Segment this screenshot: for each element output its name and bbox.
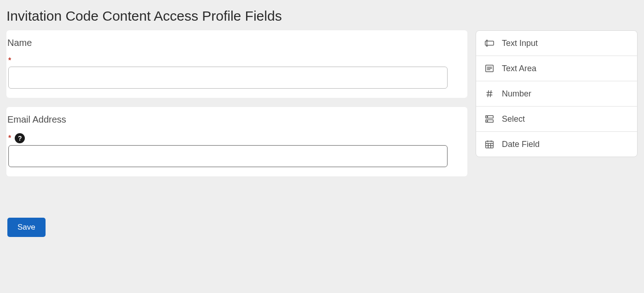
required-star: * — [8, 56, 11, 65]
svg-point-14 — [487, 117, 488, 118]
svg-line-10 — [488, 90, 489, 97]
text-input-icon — [484, 38, 494, 48]
svg-point-15 — [487, 121, 488, 122]
number-icon — [484, 89, 494, 99]
select-icon — [484, 114, 494, 124]
field-type-label: Number — [502, 89, 531, 99]
text-area-icon — [484, 63, 494, 73]
svg-rect-0 — [485, 41, 494, 45]
name-input[interactable] — [8, 67, 448, 89]
field-type-select[interactable]: Select — [476, 107, 637, 132]
field-label-name: Name — [7, 38, 460, 48]
field-type-label: Text Input — [502, 39, 538, 48]
svg-rect-16 — [486, 141, 494, 148]
page-title: Invitation Code Content Access Profile F… — [0, 0, 644, 30]
field-type-date-field[interactable]: Date Field — [476, 132, 637, 157]
field-type-panel: Text Input Text Area Number Select — [476, 30, 638, 157]
field-type-text-area[interactable]: Text Area — [476, 56, 637, 81]
help-icon[interactable]: ? — [15, 133, 25, 143]
svg-line-11 — [490, 90, 491, 97]
field-type-number[interactable]: Number — [476, 81, 637, 107]
field-card-email[interactable]: Email Address * ? — [6, 107, 467, 176]
field-type-text-input[interactable]: Text Input — [476, 31, 637, 56]
email-input[interactable] — [8, 145, 448, 167]
field-type-label: Text Area — [502, 64, 536, 73]
date-field-icon — [484, 139, 494, 149]
save-button[interactable]: Save — [7, 218, 46, 237]
field-card-name[interactable]: Name * — [6, 30, 467, 98]
field-type-label: Select — [502, 114, 525, 124]
required-star: * — [8, 134, 11, 142]
field-label-email: Email Address — [7, 114, 460, 125]
field-type-label: Date Field — [502, 140, 540, 149]
